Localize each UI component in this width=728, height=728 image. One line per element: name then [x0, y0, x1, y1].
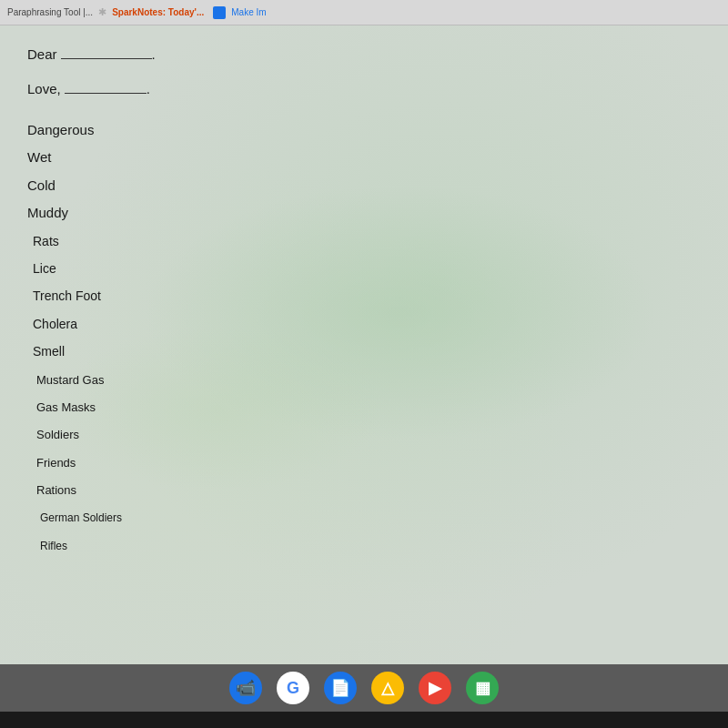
- dear-blank: [61, 58, 152, 59]
- love-blank: [65, 93, 147, 94]
- list-item: Mustard Gas: [27, 366, 701, 393]
- list-item-text: Mustard Gas: [36, 373, 104, 387]
- list-item-text: Cold: [27, 177, 56, 193]
- taskbar: 📹G📄△▶▦: [0, 664, 728, 712]
- list-items: DangerousWetColdMuddyRatsLiceTrench Foot…: [27, 116, 701, 559]
- dear-period: .: [152, 44, 156, 66]
- list-item-text: Gas Masks: [36, 400, 96, 414]
- content-area: Dear . Love, . DangerousWetColdMuddyRats…: [0, 25, 728, 664]
- list-item: Friends: [27, 449, 701, 476]
- love-label: Love,: [27, 78, 61, 100]
- list-item: Gas Masks: [27, 393, 701, 420]
- list-item: Soldiers: [27, 420, 701, 448]
- dear-line: Dear .: [27, 44, 701, 66]
- list-item: Cholera: [27, 310, 701, 338]
- list-item-text: Cholera: [33, 317, 77, 331]
- browser-tab-make[interactable]: Make Im: [231, 7, 266, 17]
- list-item-text: Trench Foot: [33, 288, 101, 303]
- list-item: German Soldiers: [27, 503, 701, 531]
- list-item: Rifles: [27, 531, 701, 559]
- dear-label: Dear: [27, 44, 57, 66]
- list-item: Smell: [27, 338, 701, 365]
- list-item: Dangerous: [27, 116, 701, 144]
- list-item-text: Smell: [33, 344, 65, 359]
- list-item-text: Soldiers: [36, 428, 79, 441]
- bottom-strip: [0, 712, 728, 728]
- taskbar-icon-google[interactable]: G: [277, 672, 309, 704]
- browser-tab-sparknotes[interactable]: SparkNotes: Today'...: [112, 7, 204, 17]
- taskbar-icon-video-call[interactable]: 📹: [229, 672, 262, 704]
- love-period: .: [147, 78, 150, 100]
- list-item: Lice: [27, 255, 701, 282]
- list-item-text: Dangerous: [27, 122, 94, 137]
- list-item: Cold: [27, 172, 701, 199]
- list-item: Rats: [27, 228, 701, 255]
- list-item-text: Rifles: [40, 540, 67, 552]
- browser-bar: Paraphrasing Tool |... ✱ SparkNotes: Tod…: [0, 0, 728, 25]
- list-item: Muddy: [27, 199, 701, 227]
- list-item: Rations: [27, 476, 701, 503]
- page-content: Dear . Love, . DangerousWetColdMuddyRats…: [27, 44, 701, 559]
- taskbar-icon-play[interactable]: ▶: [419, 672, 451, 704]
- screen: Paraphrasing Tool |... ✱ SparkNotes: Tod…: [0, 0, 728, 728]
- list-item-text: German Soldiers: [40, 511, 122, 524]
- taskbar-icon-sheets[interactable]: ▦: [466, 672, 499, 704]
- list-item: Wet: [27, 144, 701, 171]
- list-item-text: Lice: [33, 261, 56, 276]
- list-item: Trench Foot: [27, 282, 701, 309]
- list-item-text: Wet: [27, 149, 51, 165]
- list-item-text: Rations: [36, 483, 76, 497]
- taskbar-icon-docs[interactable]: 📄: [324, 672, 357, 704]
- taskbar-icon-drive[interactable]: △: [371, 672, 404, 704]
- list-item-text: Muddy: [27, 205, 68, 220]
- list-item-text: Friends: [36, 456, 76, 470]
- browser-tab-paraphrase[interactable]: Paraphrasing Tool |...: [7, 7, 93, 17]
- love-line: Love, .: [27, 78, 701, 100]
- list-item-text: Rats: [33, 234, 59, 248]
